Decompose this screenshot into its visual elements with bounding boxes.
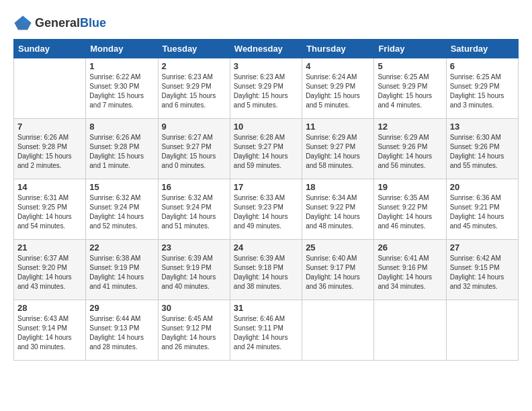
day-info: Sunrise: 6:39 AMSunset: 9:18 PMDaylight:…: [234, 254, 298, 291]
week-row-1: 1Sunrise: 6:22 AMSunset: 9:30 PMDaylight…: [14, 58, 519, 119]
calendar-cell: 17Sunrise: 6:33 AMSunset: 9:23 PMDayligh…: [230, 179, 302, 240]
day-info: Sunrise: 6:32 AMSunset: 9:24 PMDaylight:…: [162, 193, 226, 231]
day-info: Sunrise: 6:25 AMSunset: 9:29 PMDaylight:…: [450, 73, 515, 110]
calendar-cell: 15Sunrise: 6:32 AMSunset: 9:24 PMDayligh…: [86, 179, 158, 240]
logo-blue: Blue: [80, 16, 106, 30]
day-info: Sunrise: 6:28 AMSunset: 9:27 PMDaylight:…: [234, 133, 298, 171]
weekday-header-sunday: Sunday: [14, 40, 86, 58]
day-info: Sunrise: 6:33 AMSunset: 9:23 PMDaylight:…: [234, 193, 298, 231]
day-info: Sunrise: 6:31 AMSunset: 9:25 PMDaylight:…: [17, 193, 82, 231]
day-info: Sunrise: 6:29 AMSunset: 9:26 PMDaylight:…: [378, 133, 442, 171]
logo-icon: [13, 13, 32, 32]
day-number: 19: [378, 182, 442, 192]
calendar-cell: 24Sunrise: 6:39 AMSunset: 9:18 PMDayligh…: [230, 240, 302, 300]
calendar-cell: 31Sunrise: 6:46 AMSunset: 9:11 PMDayligh…: [230, 300, 302, 361]
day-number: 12: [378, 122, 442, 132]
calendar-table: SundayMondayTuesdayWednesdayThursdayFrid…: [13, 39, 519, 361]
day-number: 17: [234, 182, 298, 192]
weekday-header-tuesday: Tuesday: [158, 40, 230, 58]
calendar-cell: 7Sunrise: 6:26 AMSunset: 9:28 PMDaylight…: [14, 119, 86, 179]
day-number: 3: [234, 61, 298, 71]
day-info: Sunrise: 6:27 AMSunset: 9:27 PMDaylight:…: [162, 133, 226, 171]
calendar-cell: [302, 300, 374, 361]
week-row-4: 21Sunrise: 6:37 AMSunset: 9:20 PMDayligh…: [14, 240, 519, 300]
day-number: 4: [306, 61, 370, 71]
calendar-cell: 29Sunrise: 6:44 AMSunset: 9:13 PMDayligh…: [86, 300, 158, 361]
calendar-cell: 20Sunrise: 6:36 AMSunset: 9:21 PMDayligh…: [446, 179, 518, 240]
day-number: 6: [450, 61, 515, 71]
day-info: Sunrise: 6:39 AMSunset: 9:19 PMDaylight:…: [162, 254, 226, 291]
weekday-header-thursday: Thursday: [302, 40, 374, 58]
day-info: Sunrise: 6:26 AMSunset: 9:28 PMDaylight:…: [17, 133, 82, 171]
day-info: Sunrise: 6:42 AMSunset: 9:15 PMDaylight:…: [450, 254, 515, 291]
day-number: 14: [17, 182, 82, 192]
weekday-header-row: SundayMondayTuesdayWednesdayThursdayFrid…: [14, 40, 519, 58]
calendar-cell: 30Sunrise: 6:45 AMSunset: 9:12 PMDayligh…: [158, 300, 230, 361]
day-info: Sunrise: 6:44 AMSunset: 9:13 PMDaylight:…: [89, 314, 154, 352]
calendar-cell: 8Sunrise: 6:26 AMSunset: 9:28 PMDaylight…: [86, 119, 158, 179]
calendar-cell: 11Sunrise: 6:29 AMSunset: 9:27 PMDayligh…: [302, 119, 374, 179]
calendar-cell: 9Sunrise: 6:27 AMSunset: 9:27 PMDaylight…: [158, 119, 230, 179]
calendar-cell: 3Sunrise: 6:23 AMSunset: 9:29 PMDaylight…: [230, 58, 302, 119]
logo-general: General: [35, 16, 80, 30]
day-number: 21: [17, 242, 82, 253]
calendar-cell: 16Sunrise: 6:32 AMSunset: 9:24 PMDayligh…: [158, 179, 230, 240]
day-number: 16: [162, 182, 226, 192]
day-info: Sunrise: 6:23 AMSunset: 9:29 PMDaylight:…: [162, 73, 226, 110]
day-number: 9: [162, 122, 226, 132]
day-info: Sunrise: 6:26 AMSunset: 9:28 PMDaylight:…: [89, 133, 154, 171]
day-info: Sunrise: 6:37 AMSunset: 9:20 PMDaylight:…: [17, 254, 82, 291]
day-info: Sunrise: 6:46 AMSunset: 9:11 PMDaylight:…: [234, 314, 298, 352]
day-number: 22: [89, 242, 154, 253]
day-number: 2: [162, 61, 226, 71]
day-info: Sunrise: 6:25 AMSunset: 9:29 PMDaylight:…: [378, 73, 442, 110]
day-number: 1: [89, 61, 154, 71]
day-number: 26: [378, 242, 442, 253]
day-info: Sunrise: 6:43 AMSunset: 9:14 PMDaylight:…: [17, 314, 82, 352]
day-number: 7: [17, 122, 82, 132]
weekday-header-monday: Monday: [86, 40, 158, 58]
calendar-cell: [446, 300, 518, 361]
calendar-cell: 21Sunrise: 6:37 AMSunset: 9:20 PMDayligh…: [14, 240, 86, 300]
day-number: 29: [89, 303, 154, 313]
calendar-cell: 19Sunrise: 6:35 AMSunset: 9:22 PMDayligh…: [374, 179, 446, 240]
day-number: 30: [162, 303, 226, 313]
calendar-cell: 2Sunrise: 6:23 AMSunset: 9:29 PMDaylight…: [158, 58, 230, 119]
day-info: Sunrise: 6:35 AMSunset: 9:22 PMDaylight:…: [378, 193, 442, 231]
calendar-cell: [374, 300, 446, 361]
calendar-cell: 12Sunrise: 6:29 AMSunset: 9:26 PMDayligh…: [374, 119, 446, 179]
day-number: 31: [234, 303, 298, 313]
calendar-cell: 28Sunrise: 6:43 AMSunset: 9:14 PMDayligh…: [14, 300, 86, 361]
day-number: 13: [450, 122, 515, 132]
day-info: Sunrise: 6:34 AMSunset: 9:22 PMDaylight:…: [306, 193, 370, 231]
day-info: Sunrise: 6:38 AMSunset: 9:19 PMDaylight:…: [89, 254, 154, 291]
calendar-cell: 14Sunrise: 6:31 AMSunset: 9:25 PMDayligh…: [14, 179, 86, 240]
header: GeneralBlue: [13, 13, 519, 32]
calendar-cell: 13Sunrise: 6:30 AMSunset: 9:26 PMDayligh…: [446, 119, 518, 179]
day-number: 15: [89, 182, 154, 192]
day-info: Sunrise: 6:40 AMSunset: 9:17 PMDaylight:…: [306, 254, 370, 291]
calendar-cell: 4Sunrise: 6:24 AMSunset: 9:29 PMDaylight…: [302, 58, 374, 119]
calendar-cell: 26Sunrise: 6:41 AMSunset: 9:16 PMDayligh…: [374, 240, 446, 300]
weekday-header-wednesday: Wednesday: [230, 40, 302, 58]
day-number: 8: [89, 122, 154, 132]
weekday-header-friday: Friday: [374, 40, 446, 58]
calendar-cell: 1Sunrise: 6:22 AMSunset: 9:30 PMDaylight…: [86, 58, 158, 119]
day-number: 20: [450, 182, 515, 192]
calendar-cell: 27Sunrise: 6:42 AMSunset: 9:15 PMDayligh…: [446, 240, 518, 300]
day-info: Sunrise: 6:41 AMSunset: 9:16 PMDaylight:…: [378, 254, 442, 291]
calendar-cell: 5Sunrise: 6:25 AMSunset: 9:29 PMDaylight…: [374, 58, 446, 119]
day-number: 25: [306, 242, 370, 253]
day-info: Sunrise: 6:36 AMSunset: 9:21 PMDaylight:…: [450, 193, 515, 231]
calendar-cell: 18Sunrise: 6:34 AMSunset: 9:22 PMDayligh…: [302, 179, 374, 240]
day-number: 23: [162, 242, 226, 253]
calendar-cell: 23Sunrise: 6:39 AMSunset: 9:19 PMDayligh…: [158, 240, 230, 300]
calendar-cell: [14, 58, 86, 119]
calendar-cell: 10Sunrise: 6:28 AMSunset: 9:27 PMDayligh…: [230, 119, 302, 179]
day-number: 24: [234, 242, 298, 253]
day-info: Sunrise: 6:22 AMSunset: 9:30 PMDaylight:…: [89, 73, 154, 110]
calendar-cell: 22Sunrise: 6:38 AMSunset: 9:19 PMDayligh…: [86, 240, 158, 300]
day-info: Sunrise: 6:24 AMSunset: 9:29 PMDaylight:…: [306, 73, 370, 110]
day-number: 18: [306, 182, 370, 192]
day-number: 10: [234, 122, 298, 132]
